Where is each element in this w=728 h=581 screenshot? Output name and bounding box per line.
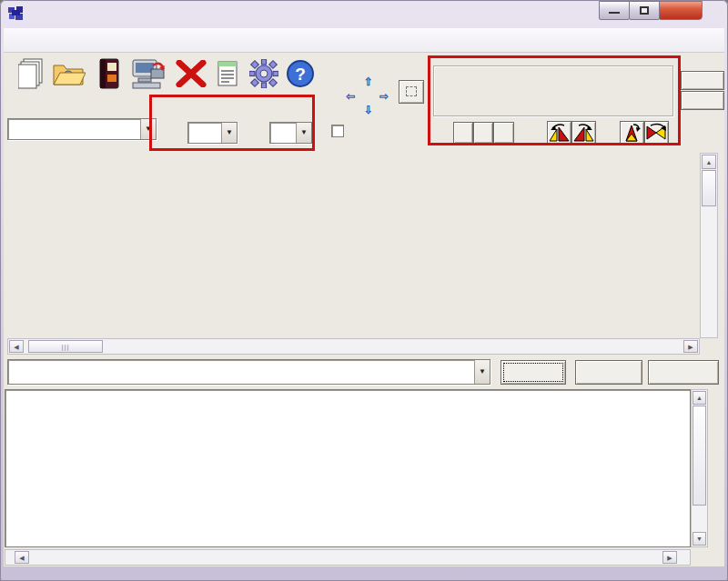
bold-button[interactable] — [453, 122, 473, 144]
settings-gear-icon[interactable] — [246, 55, 282, 92]
char-width-value — [188, 123, 221, 143]
font-select-value — [8, 119, 140, 139]
scroll-up-icon[interactable]: ▲ — [702, 155, 716, 169]
right-arrow-icon[interactable]: ⇨ — [379, 91, 389, 102]
charset-value — [8, 360, 474, 384]
new-file-icon[interactable] — [13, 55, 49, 92]
scroll-left-icon[interactable]: ◀ — [15, 551, 29, 564]
proportional-scale-checkbox[interactable] — [331, 125, 344, 137]
notes-icon[interactable] — [209, 55, 246, 92]
scroll-up-icon[interactable]: ▲ — [693, 391, 706, 405]
clear-button[interactable] — [648, 360, 719, 385]
output-hscrollbar[interactable]: ◀ ▶ — [5, 549, 691, 566]
maximize-button[interactable] — [629, 1, 660, 20]
chevron-down-icon[interactable]: ▼ — [221, 123, 237, 143]
app-window: ? ▼ ▼ ▼ ⇧ ⇦ ⇨ ⇩ — [0, 0, 728, 581]
flip-horizontal-icon[interactable] — [644, 121, 669, 145]
charset-combobox[interactable]: ▼ — [7, 359, 490, 385]
export-pc-icon[interactable] — [131, 55, 167, 92]
flip-vertical-icon[interactable] — [620, 121, 644, 145]
save-button[interactable] — [575, 360, 642, 385]
generate-button[interactable] — [500, 360, 566, 385]
lcd-canvas[interactable] — [7, 153, 700, 338]
menu-bar — [4, 28, 724, 53]
output-textarea[interactable] — [5, 389, 691, 547]
scroll-left-icon[interactable]: ◀ — [9, 340, 24, 353]
delete-x-icon[interactable] — [173, 55, 209, 92]
scroll-down-icon[interactable]: ▼ — [693, 532, 706, 546]
chevron-down-icon[interactable]: ▼ — [140, 119, 156, 139]
char-height-combobox[interactable]: ▼ — [269, 122, 312, 144]
lock-button[interactable] — [681, 71, 724, 90]
chevron-down-icon[interactable]: ▼ — [474, 360, 490, 384]
matrix-groupbox — [433, 65, 673, 116]
scroll-right-icon[interactable]: ▶ — [662, 551, 677, 564]
italic-button[interactable] — [473, 122, 493, 144]
client-area: ? ▼ ▼ ▼ ⇧ ⇦ ⇨ ⇩ — [4, 53, 724, 566]
maximize-icon — [640, 6, 649, 15]
minimize-icon — [609, 3, 620, 14]
title-bar[interactable] — [0, 0, 728, 27]
underline-button[interactable] — [493, 122, 514, 144]
left-arrow-icon[interactable]: ⇦ — [346, 91, 355, 102]
up-arrow-icon[interactable]: ⇧ — [364, 76, 373, 87]
canvas-vscrollbar[interactable]: ▲ — [700, 153, 718, 338]
rotate-left-icon[interactable] — [547, 121, 571, 145]
center-align-icon[interactable] — [399, 80, 424, 104]
char-width-combobox[interactable]: ▼ — [187, 122, 238, 144]
font-select-combobox[interactable]: ▼ — [7, 118, 157, 140]
minimize-button[interactable] — [599, 1, 630, 20]
canvas-hscrollbar[interactable]: ◀ ||| ▶ — [7, 338, 700, 355]
reset-button[interactable] — [681, 91, 724, 110]
scroll-right-icon[interactable]: ▶ — [683, 340, 698, 353]
rotate-right-icon[interactable] — [571, 121, 596, 145]
help-icon[interactable]: ? — [282, 55, 318, 92]
open-folder-icon[interactable] — [51, 55, 87, 92]
output-vscrollbar[interactable]: ▲ ▼ — [691, 389, 708, 547]
close-button[interactable] — [659, 1, 703, 20]
scrollbar-thumb[interactable]: ||| — [28, 340, 103, 353]
save-book-icon[interactable] — [91, 55, 127, 92]
svg-text:?: ? — [295, 65, 306, 84]
char-height-value — [270, 123, 296, 143]
app-icon — [8, 5, 24, 21]
chevron-down-icon[interactable]: ▼ — [296, 123, 311, 143]
output-text — [5, 390, 690, 394]
down-arrow-icon[interactable]: ⇩ — [364, 105, 373, 115]
